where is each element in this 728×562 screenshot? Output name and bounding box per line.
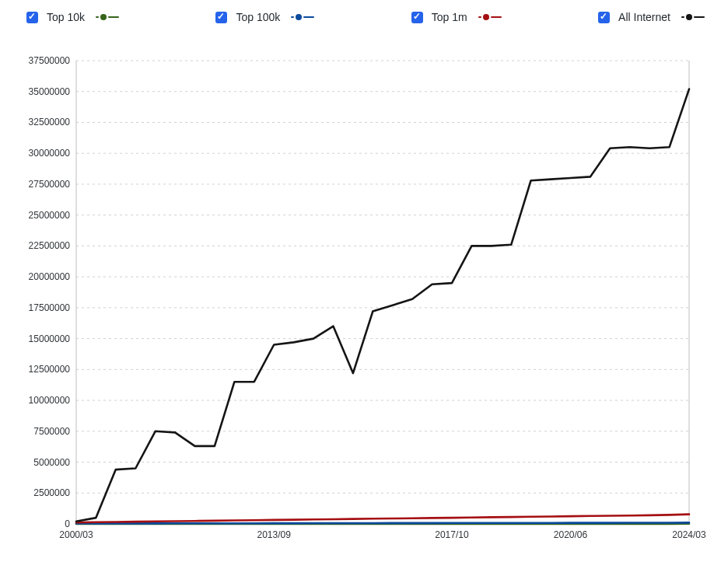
svg-text:7500000: 7500000 — [33, 426, 70, 437]
series-line — [76, 515, 689, 523]
legend-label: All Internet — [618, 11, 670, 23]
svg-text:2024/03: 2024/03 — [672, 529, 706, 540]
legend-checkbox-top1m[interactable] — [411, 12, 423, 23]
legend-item-top100k[interactable]: Top 100k — [212, 9, 314, 26]
legend-checkbox-all[interactable] — [598, 12, 610, 23]
chart-svg: 0250000050000007500000100000001250000015… — [8, 53, 720, 547]
svg-text:22500000: 22500000 — [29, 240, 71, 251]
svg-text:10000000: 10000000 — [29, 395, 71, 406]
legend-item-top1m[interactable]: Top 1m — [408, 9, 502, 26]
legend-item-top10k[interactable]: Top 10k — [23, 9, 119, 26]
svg-text:15000000: 15000000 — [29, 333, 71, 344]
legend-swatch-top1m — [478, 14, 502, 20]
chart-container: Top 10k Top 100k Top 1m — [0, 0, 728, 562]
svg-text:0: 0 — [65, 518, 70, 529]
svg-text:25000000: 25000000 — [29, 210, 71, 221]
chart-plot: 0250000050000007500000100000001250000015… — [8, 53, 720, 548]
svg-text:20000000: 20000000 — [29, 271, 71, 282]
svg-text:2017/10: 2017/10 — [435, 529, 469, 540]
legend-swatch-top100k — [291, 14, 314, 20]
series-line — [76, 89, 689, 522]
legend-checkbox-top100k[interactable] — [215, 12, 227, 23]
svg-text:2000/03: 2000/03 — [59, 529, 93, 540]
svg-text:12500000: 12500000 — [29, 364, 71, 375]
svg-text:27500000: 27500000 — [29, 179, 71, 190]
legend-swatch-top10k — [96, 14, 119, 20]
svg-text:35000000: 35000000 — [29, 86, 71, 97]
svg-text:2013/09: 2013/09 — [257, 529, 291, 540]
series-line — [76, 522, 689, 523]
svg-text:5000000: 5000000 — [33, 457, 70, 468]
legend-item-all[interactable]: All Internet — [595, 9, 705, 26]
svg-text:2500000: 2500000 — [33, 487, 70, 498]
legend-label: Top 100k — [236, 11, 280, 23]
legend-checkbox-top10k[interactable] — [26, 12, 38, 23]
svg-text:32500000: 32500000 — [29, 117, 71, 127]
legend-label: Top 10k — [47, 11, 85, 23]
svg-text:30000000: 30000000 — [29, 148, 71, 159]
legend-swatch-all — [681, 14, 705, 20]
svg-text:2020/06: 2020/06 — [554, 529, 588, 540]
legend-bar: Top 10k Top 100k Top 1m — [8, 6, 720, 28]
svg-text:17500000: 17500000 — [29, 302, 71, 313]
legend-label: Top 1m — [432, 11, 467, 23]
svg-text:37500000: 37500000 — [29, 55, 71, 66]
